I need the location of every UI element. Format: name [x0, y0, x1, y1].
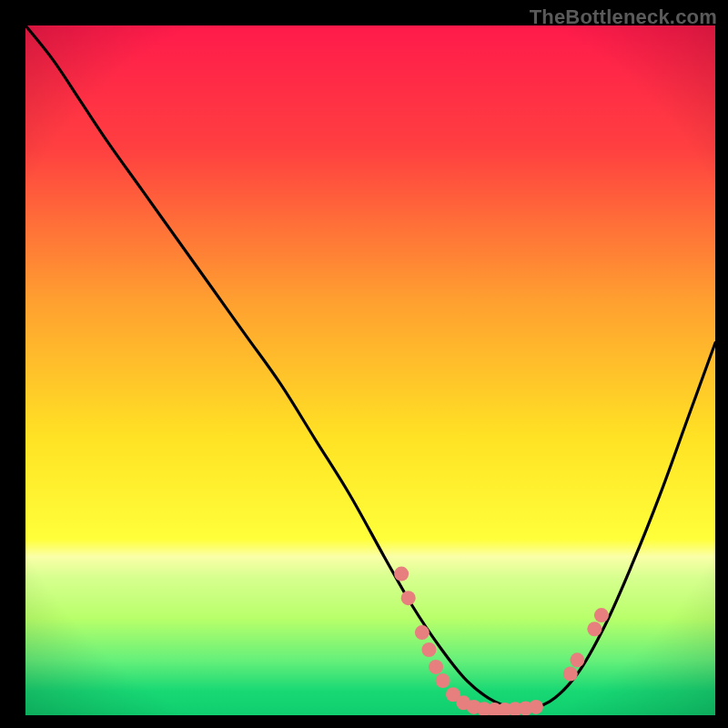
chart-svg: [0, 0, 728, 728]
data-point: [529, 700, 543, 714]
data-point: [401, 591, 416, 605]
data-point: [421, 642, 436, 657]
data-point: [429, 660, 443, 674]
chart-container: { "watermark": "TheBottleneck.com", "cha…: [0, 0, 728, 728]
data-point: [563, 667, 578, 682]
data-point: [436, 673, 450, 688]
data-point: [594, 608, 609, 622]
data-point: [394, 567, 409, 581]
data-point: [570, 652, 584, 667]
watermark-text: TheBottleneck.com: [530, 5, 717, 29]
data-point: [415, 625, 430, 640]
data-point: [587, 622, 602, 636]
